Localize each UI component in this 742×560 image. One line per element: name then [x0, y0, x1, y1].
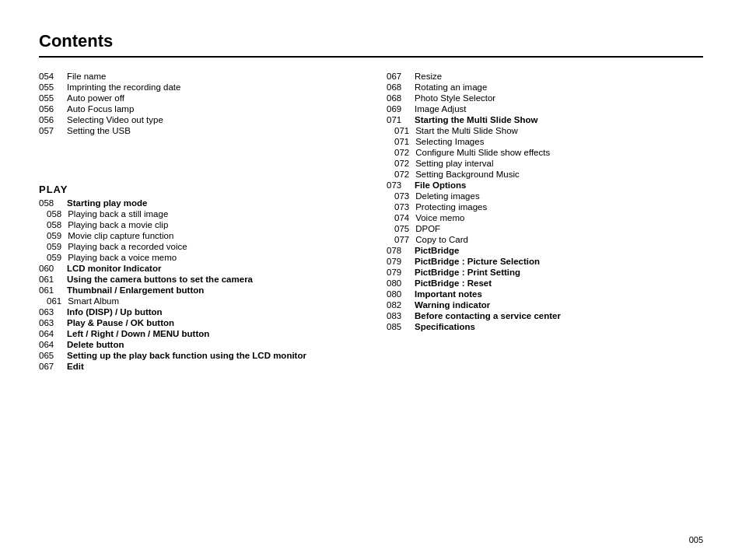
page-title: Contents — [39, 31, 703, 51]
list-item: 067Edit — [39, 362, 355, 371]
entry-text: Info (DISP) / Up button — [67, 307, 355, 317]
entry-text: Imprinting the recording date — [67, 82, 355, 92]
entry-text: PictBridge : Picture Selection — [415, 257, 703, 266]
entry-text: Specifications — [415, 322, 703, 331]
list-item: 059Movie clip capture function — [39, 231, 355, 240]
entry-text: PictBridge : Print Setting — [415, 268, 703, 277]
list-item: 065Setting up the play back function usi… — [39, 351, 355, 360]
list-item: 058Playing back a still image — [39, 209, 355, 219]
entry-number: 061 — [39, 296, 68, 306]
entry-text: Setting play interval — [415, 159, 703, 168]
entry-text: LCD monitor Indicator — [67, 264, 355, 273]
entry-number: 074 — [387, 213, 415, 222]
entry-number: 068 — [387, 93, 415, 103]
list-item: 073Protecting images — [387, 202, 703, 212]
list-item: 079PictBridge : Picture Selection — [387, 257, 703, 266]
entry-text: Auto power off — [67, 93, 355, 103]
top-entries: 054File name055Imprinting the recording … — [39, 72, 355, 137]
entry-number: 080 — [387, 289, 415, 299]
list-item: 063Play & Pause / OK button — [39, 318, 355, 327]
entry-number: 073 — [387, 191, 415, 201]
list-item: 071Start the Multi Slide Show — [387, 126, 703, 135]
entry-text: Protecting images — [415, 202, 703, 212]
entry-number: 058 — [39, 220, 68, 229]
entry-text: Before contacting a service center — [415, 311, 703, 320]
list-item: 056Selecting Video out type — [39, 115, 355, 124]
list-item: 061Smart Album — [39, 296, 355, 306]
page: Contents 054File name055Imprinting the r… — [0, 0, 742, 560]
entry-text: Play & Pause / OK button — [67, 318, 355, 327]
entry-number: 064 — [39, 340, 67, 349]
list-item: 077Copy to Card — [387, 235, 703, 244]
entry-text: Resize — [415, 72, 703, 81]
entry-text: Starting play mode — [67, 198, 355, 208]
entry-number: 075 — [387, 224, 415, 233]
entry-number: 067 — [39, 362, 67, 371]
list-item: 073File Options — [387, 180, 703, 190]
entry-number: 055 — [39, 93, 67, 103]
entry-number: 059 — [39, 231, 68, 240]
entry-number: 068 — [387, 82, 415, 92]
list-item: 058Starting play mode — [39, 198, 355, 208]
entry-text: Copy to Card — [415, 235, 703, 244]
entry-number: 079 — [387, 257, 415, 266]
list-item: 082Warning indicator — [387, 300, 703, 310]
entry-text: Auto Focus lamp — [67, 104, 355, 114]
entry-number: 060 — [39, 264, 67, 273]
entry-text: Voice memo — [415, 213, 703, 222]
list-item: 064Left / Right / Down / MENU button — [39, 329, 355, 338]
list-item: 067Resize — [387, 72, 703, 81]
entry-number: 071 — [387, 137, 415, 146]
entry-text: Starting the Multi Slide Show — [415, 115, 703, 124]
list-item: 059Playing back a recorded voice — [39, 242, 355, 251]
list-item: 054File name — [39, 72, 355, 81]
entry-text: Selecting Images — [415, 137, 703, 146]
entry-text: Playing back a recorded voice — [68, 242, 355, 251]
entry-number: 083 — [387, 311, 415, 320]
entry-number: 085 — [387, 322, 415, 331]
entry-number: 056 — [39, 104, 67, 114]
entry-number: 057 — [39, 126, 67, 135]
entry-text: Thumbnail / Enlargement button — [67, 285, 355, 295]
list-item: 061Using the camera buttons to set the c… — [39, 275, 355, 284]
list-item: 055Auto power off — [39, 93, 355, 103]
entry-number: 059 — [39, 242, 68, 251]
entry-number: 063 — [39, 318, 67, 327]
entry-number: 059 — [39, 253, 68, 262]
entry-text: Using the camera buttons to set the came… — [67, 275, 355, 284]
right-entries: 067Resize068Rotating an image068Photo St… — [387, 72, 703, 333]
spacer-before-play — [39, 137, 355, 184]
entry-text: DPOF — [415, 224, 703, 233]
entry-text: Setting Background Music — [415, 170, 703, 179]
entry-text: Movie clip capture function — [68, 231, 355, 240]
list-item: 083Before contacting a service center — [387, 311, 703, 320]
entry-number: 058 — [39, 198, 67, 208]
entry-text: Configure Multi Slide show effects — [415, 148, 703, 157]
entry-number: 077 — [387, 235, 415, 244]
content-grid: 054File name055Imprinting the recording … — [39, 72, 703, 373]
entry-text: Image Adjust — [415, 104, 703, 114]
left-column: 054File name055Imprinting the recording … — [39, 72, 355, 373]
list-item: 072Setting play interval — [387, 159, 703, 168]
list-item: 068Rotating an image — [387, 82, 703, 92]
entry-number: 069 — [387, 104, 415, 114]
title-divider — [39, 56, 703, 58]
entry-number: 071 — [387, 126, 415, 135]
list-item: 074Voice memo — [387, 213, 703, 222]
page-number: 005 — [689, 535, 703, 544]
list-item: 068Photo Style Selector — [387, 93, 703, 103]
entry-number: 079 — [387, 268, 415, 277]
list-item: 059Playing back a voice memo — [39, 253, 355, 262]
play-section: PLAY 058Starting play mode058Playing bac… — [39, 184, 355, 373]
entry-number: 061 — [39, 285, 67, 295]
list-item: 071Selecting Images — [387, 137, 703, 146]
entry-number: 073 — [387, 180, 415, 190]
list-item: 058Playing back a movie clip — [39, 220, 355, 229]
entry-text: Playing back a movie clip — [68, 220, 355, 229]
entry-number: 064 — [39, 329, 67, 338]
entry-number: 063 — [39, 307, 67, 317]
entry-text: Delete button — [67, 340, 355, 349]
list-item: 056Auto Focus lamp — [39, 104, 355, 114]
entry-text: Setting the USB — [67, 126, 355, 135]
list-item: 072Configure Multi Slide show effects — [387, 148, 703, 157]
